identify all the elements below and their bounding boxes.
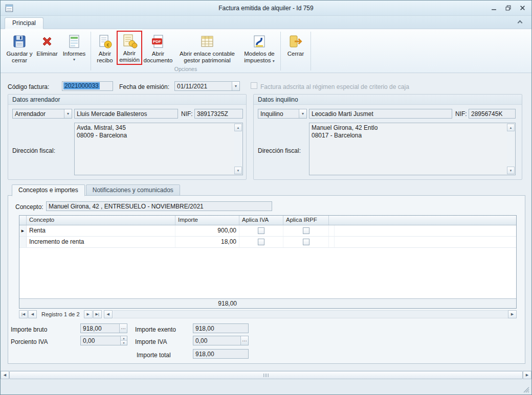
dropdown-arrow-icon[interactable]: ▾ [299,109,306,118]
abrir-enlace-contable-button[interactable]: Abrir enlace contable gestor patrimonial [174,31,240,65]
abrir-recibo-button[interactable]: € Abrir recibo [93,31,117,65]
pdf-icon: PDF [150,33,166,50]
informes-button[interactable]: Informes ▾ [60,31,88,64]
nav-first-button[interactable]: |◀ [19,310,28,318]
emission-icon [121,33,138,49]
groupbox-title: Datos inquilino [254,95,522,105]
column-header-concepto[interactable]: Concepto [27,216,175,225]
column-header-filler [329,216,516,225]
nav-last-button[interactable]: ▶| [93,310,102,318]
selected-text: 2021000033 [63,82,100,89]
eliminar-button[interactable]: Eliminar [34,31,60,64]
resize-grip-icon[interactable] [522,386,529,393]
grid-empty-area [19,248,516,298]
aplica-iva-checkbox[interactable] [258,227,264,234]
regimen-criterio-caja-checkbox[interactable] [251,82,257,89]
arrendador-nif-input[interactable] [194,109,243,119]
dropdown-arrow-icon[interactable]: ▾ [64,109,72,118]
chevron-up-icon [517,20,522,26]
ribbon-separator [91,32,91,71]
grid-navigator: |◀ ◀ Registro 1 de 2 ▶ ▶| ◀ ▶ [19,310,517,318]
aplica-irpf-checkbox[interactable] [303,239,309,245]
abrir-documento-button[interactable]: PDF Abrir documento [142,31,174,65]
aplica-iva-checkbox[interactable] [258,239,264,245]
nav-next-button[interactable]: ▶ [84,310,93,318]
ribbon-separator [280,32,281,71]
importe-total-label: Importe total [137,352,171,359]
scroll-left-icon[interactable]: ◀ [1,371,9,379]
importe-total-field[interactable] [193,349,249,359]
inquilino-name-input[interactable] [309,109,452,119]
grid-horizontal-scrollbar[interactable]: ◀ ▶ [104,310,517,318]
spinner-buttons[interactable]: ▲ ▼ [120,336,127,345]
cerrar-button[interactable]: Cerrar [283,31,308,64]
window-horizontal-scrollbar[interactable]: ◀ ▶ [1,370,531,379]
spin-down-icon[interactable]: ▼ [121,341,127,345]
arrendador-name-input[interactable] [74,109,178,119]
concepto-input[interactable] [46,201,272,211]
inquilino-direccion-memo[interactable]: Manuel Girona, 42 Entlo 08017 - Barcelon… [309,123,516,175]
codigo-factura-input[interactable]: 2021000033 [62,81,113,91]
scroll-down-icon[interactable]: ▼ [234,167,242,174]
tab-conceptos-e-importes[interactable]: Conceptos e importes [12,184,85,196]
porciento-iva-field[interactable]: ▲ ▼ [80,336,127,345]
scrollbar-thumb[interactable] [9,371,523,379]
codigo-factura-label: Código factura: [8,83,49,90]
reports-icon [66,33,82,50]
ledger-icon [199,33,215,50]
scroll-right-icon[interactable]: ▶ [523,371,531,379]
scroll-right-icon[interactable]: ▶ [508,310,517,318]
tab-notificaciones-y-comunicados[interactable]: Notificaciones y comunicados [86,184,180,196]
scroll-up-icon[interactable]: ▲ [507,124,515,131]
datos-arrendador-groupbox: Datos arrendador Arrendador ▾ NIF: Direc… [8,94,247,180]
importe-total-summary: 918,00 [175,300,239,307]
spin-up-icon[interactable]: ▲ [121,336,127,341]
scroll-left-icon[interactable]: ◀ [104,310,113,318]
close-button[interactable] [518,4,526,12]
fecha-emision-label: Fecha de emisión: [119,83,169,90]
arrendador-direccion-memo[interactable]: Avda. Mistral, 345 08009 - Barcelona ▲ ▼ [74,123,243,175]
minimize-icon [491,5,497,11]
app-window: Factura emitida de alquiler - Id 759 Pri… [0,0,532,395]
importe-iva-field[interactable]: … [193,336,249,345]
importe-exento-field[interactable] [193,323,249,333]
tax-agency-icon [251,33,268,50]
fecha-emision-dropdown[interactable]: 01/11/2021 ▾ [174,81,240,91]
scrollbar-grip-icon [263,374,269,377]
tab-principal[interactable]: Principal [5,17,43,29]
memo-vertical-scrollbar[interactable]: ▲ ▼ [507,124,515,174]
receipt-icon: € [97,33,113,50]
importe-bruto-field[interactable]: … [80,323,127,333]
scroll-down-icon[interactable]: ▼ [507,167,515,174]
ellipsis-button[interactable]: … [119,324,127,333]
inquilino-type-dropdown[interactable]: Inquilino ▾ [258,109,307,119]
guardar-y-cerrar-button[interactable]: Guardar y cerrar [5,31,34,64]
dropdown-arrow-icon: ▾ [63,57,86,62]
grid-row[interactable]: ▶ Renta 900,00 [19,225,516,237]
nif-label: NIF: [455,110,467,118]
column-header-importe[interactable]: Importe [175,216,239,225]
ribbon-collapse-button[interactable] [515,18,524,26]
regimen-criterio-caja-label: Factura adscrita al régimen especial de … [260,83,409,90]
column-header-aplica-iva[interactable]: Aplica IVA [239,216,283,225]
current-row-arrow-icon: ▶ [19,225,27,236]
ellipsis-button[interactable]: … [240,336,248,345]
scroll-up-icon[interactable]: ▲ [234,124,242,131]
window-title: Factura emitida de alquiler - Id 759 [1,5,531,12]
modelos-de-impuestos-button[interactable]: Modelos de impuestos ▾ [240,31,278,65]
grid-header: Concepto Importe Aplica IVA Aplica IRPF [19,216,516,225]
nif-label: NIF: [181,110,193,118]
minimize-button[interactable] [490,4,498,12]
abrir-emision-button[interactable]: Abrir emisión [117,31,142,65]
aplica-irpf-checkbox[interactable] [303,227,309,234]
dropdown-arrow-icon[interactable]: ▾ [232,82,239,90]
arrendador-type-dropdown[interactable]: Arrendador ▾ [12,109,72,119]
inquilino-nif-input[interactable] [469,109,516,119]
groupbox-title: Datos arrendador [8,95,246,105]
grid-summary-row: 918,00 [19,298,516,308]
grid-row[interactable]: Incremento de renta 18,00 [19,237,516,248]
memo-vertical-scrollbar[interactable]: ▲ ▼ [234,124,242,174]
nav-prev-button[interactable]: ◀ [28,310,37,318]
column-header-aplica-irpf[interactable]: Aplica IRPF [283,216,329,225]
restore-button[interactable] [504,4,512,12]
